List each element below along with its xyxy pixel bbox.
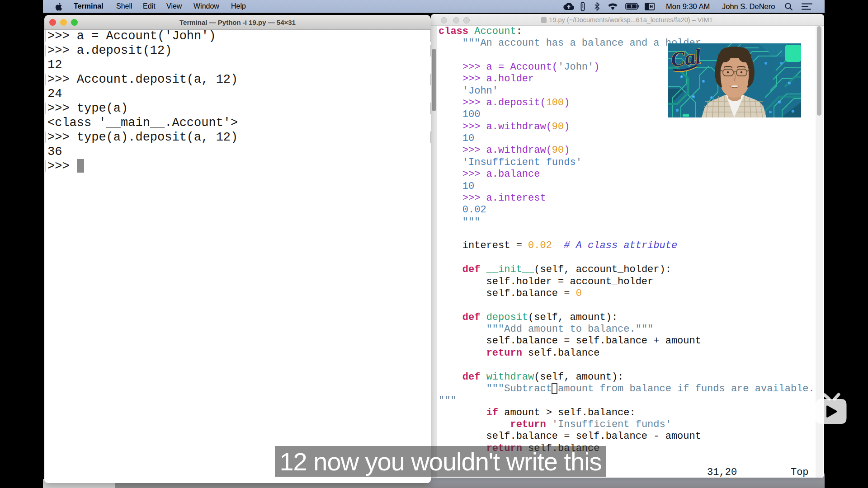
svg-text:Cal: Cal [670,45,702,71]
